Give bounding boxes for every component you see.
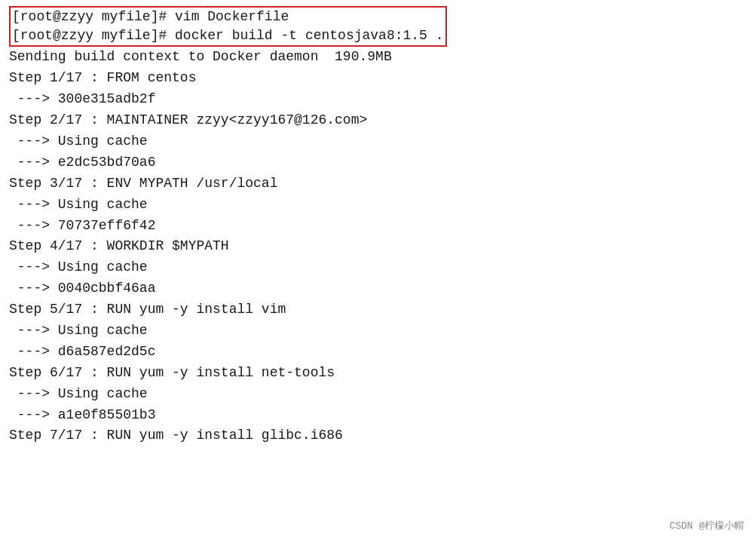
command-2: docker build -t centosjava8:1.5 . xyxy=(175,28,443,43)
terminal-line-5: ---> 300e315adb2f xyxy=(9,89,747,110)
terminal-line-11: ---> 70737eff6f42 xyxy=(9,216,747,237)
terminal-line-16: ---> Using cache xyxy=(9,321,747,342)
terminal-line-19: ---> Using cache xyxy=(9,384,747,405)
terminal-container: [root@zzyy myfile]# vim Dockerfile [root… xyxy=(0,0,756,543)
terminal-line-7: ---> Using cache xyxy=(9,131,747,152)
terminal-line-6: Step 2/17 : MAINTAINER zzyy<zzyy167@126.… xyxy=(9,110,747,131)
prompt-1: [root@zzyy myfile]# xyxy=(12,9,175,24)
command-1: vim Dockerfile xyxy=(175,9,289,24)
terminal-line-14: ---> 0040cbbf46aa xyxy=(9,278,747,299)
highlighted-commands: [root@zzyy myfile]# vim Dockerfile [root… xyxy=(9,6,447,47)
watermark: CSDN @柠檬小帽 xyxy=(669,519,744,534)
terminal-line-1: [root@zzyy myfile]# vim Dockerfile xyxy=(12,8,444,26)
terminal-line-8: ---> e2dc53bd70a6 xyxy=(9,152,747,173)
terminal-line-13: ---> Using cache xyxy=(9,257,747,278)
terminal-line-9: Step 3/17 : ENV MYPATH /usr/local xyxy=(9,173,747,195)
terminal-line-20: ---> a1e0f85501b3 xyxy=(9,405,747,426)
terminal-line-18: Step 6/17 : RUN yum -y install net-tools xyxy=(9,363,747,384)
terminal-line-12: Step 4/17 : WORKDIR $MYPATH xyxy=(9,236,747,257)
terminal-line-3: Sending build context to Docker daemon 1… xyxy=(9,47,747,68)
terminal-line-17: ---> d6a587ed2d5c xyxy=(9,342,747,363)
terminal-line-10: ---> Using cache xyxy=(9,195,747,216)
prompt-2: [root@zzyy myfile]# xyxy=(12,28,175,43)
terminal-line-21: Step 7/17 : RUN yum -y install glibc.i68… xyxy=(9,425,747,446)
terminal-line-15: Step 5/17 : RUN yum -y install vim xyxy=(9,299,747,321)
terminal-line-4: Step 1/17 : FROM centos xyxy=(9,68,747,89)
terminal-line-2: [root@zzyy myfile]# docker build -t cent… xyxy=(12,26,444,45)
